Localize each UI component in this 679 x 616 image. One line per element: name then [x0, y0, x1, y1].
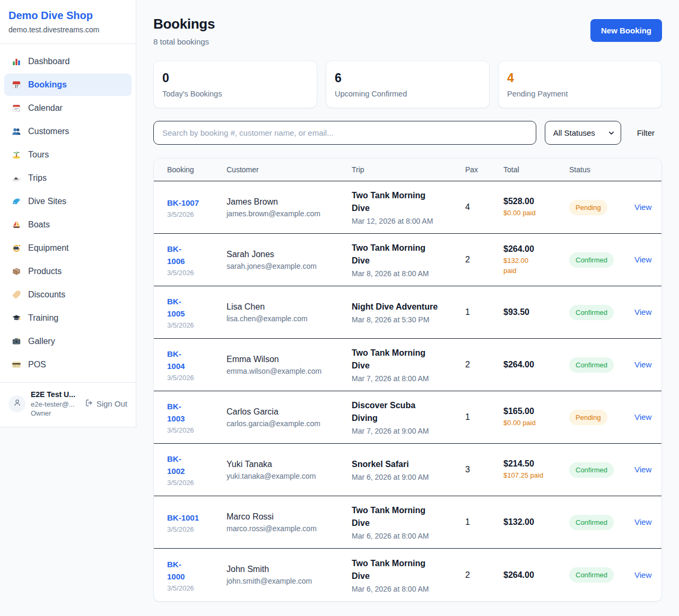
- view-link[interactable]: View: [634, 307, 651, 316]
- view-link[interactable]: View: [634, 465, 651, 474]
- pax-count: 1: [452, 510, 490, 534]
- pos-credit-card-icon: [12, 360, 21, 369]
- trip-datetime: Mar 6, 2026 at 8:00 AM: [352, 585, 448, 593]
- sidebar-nav: Dashboard 17 Bookings Calendar Customers…: [0, 44, 136, 382]
- view-link[interactable]: View: [634, 203, 651, 212]
- boats-sailboat-icon: [12, 220, 21, 230]
- trip-name: Two Tank MorningDive: [352, 557, 448, 583]
- customer-email: john.smith@example.com: [227, 577, 334, 585]
- view-link[interactable]: View: [634, 412, 651, 421]
- total-amount: $264.00: [503, 360, 552, 369]
- booking-id-link[interactable]: BK-1007: [167, 197, 199, 209]
- table-row: BK-1005 3/5/2026 Lisa Chen lisa.chen@exa…: [154, 286, 661, 339]
- sign-out-icon: [85, 399, 93, 409]
- table-row: BK-1004 3/5/2026 Emma Wilson emma.wilson…: [154, 339, 661, 391]
- bookings-table: Booking Customer Trip Pax Total Status B…: [153, 158, 662, 602]
- customer-email: lisa.chen@example.com: [227, 314, 334, 323]
- trip-datetime: Mar 8, 2026 at 5:30 PM: [352, 315, 448, 324]
- booking-date: 3/5/2026: [167, 479, 209, 487]
- equipment-dive-mask-icon: [12, 243, 21, 253]
- shop-domain: demo.test.divestreams.com: [8, 25, 127, 34]
- customer-name: Emma Wilson: [227, 355, 334, 364]
- status-badge: Pending: [569, 200, 607, 215]
- status-badge: Confirmed: [569, 252, 614, 268]
- total-amount: $264.00: [503, 244, 552, 254]
- sidebar-item-trips[interactable]: Trips: [4, 167, 132, 189]
- sidebar-item-boats[interactable]: Boats: [4, 214, 132, 236]
- user-role: Owner: [31, 409, 80, 417]
- user-email: e2e-tester@...: [31, 400, 80, 408]
- status-badge: Confirmed: [569, 357, 614, 373]
- sidebar-item-customers[interactable]: Customers: [4, 120, 132, 143]
- user-section: E2E Test U... e2e-tester@... Owner Sign …: [0, 382, 136, 427]
- view-link[interactable]: View: [634, 255, 651, 264]
- trip-datetime: Mar 7, 2026 at 9:00 AM: [352, 427, 448, 435]
- view-link[interactable]: View: [634, 517, 651, 526]
- tours-island-icon: [12, 150, 21, 160]
- status-filter-select[interactable]: All Statuses: [545, 121, 621, 145]
- products-package-icon: [12, 267, 21, 276]
- stat-label: Pending Payment: [507, 90, 653, 98]
- booking-date: 3/5/2026: [167, 374, 209, 382]
- user-info: E2E Test U... e2e-tester@... Owner: [31, 390, 80, 417]
- filter-bar: All Statuses Filter: [153, 121, 662, 145]
- avatar: [8, 395, 25, 412]
- booking-id-link[interactable]: BK-1004: [167, 348, 185, 372]
- stat-value: 6: [335, 71, 481, 85]
- status-badge: Confirmed: [569, 305, 614, 320]
- paid-amount: $0.00 paid: [503, 208, 552, 218]
- sidebar-item-dive-sites[interactable]: Dive Sites: [4, 190, 132, 213]
- customer-name: Lisa Chen: [227, 302, 334, 312]
- sidebar-item-calendar[interactable]: Calendar: [4, 97, 132, 119]
- page-subtitle: 8 total bookings: [153, 37, 215, 46]
- booking-id-link[interactable]: BK-1000: [167, 558, 185, 583]
- sidebar-item-products[interactable]: Products: [4, 260, 132, 283]
- sidebar-item-bookings[interactable]: 17 Bookings: [4, 74, 132, 96]
- booking-id-link[interactable]: BK-1006: [167, 243, 185, 267]
- paid-amount: $0.00 paid: [503, 418, 552, 428]
- sidebar-item-dashboard[interactable]: Dashboard: [4, 50, 132, 73]
- trip-datetime: Mar 8, 2026 at 8:00 AM: [352, 269, 448, 278]
- filter-button[interactable]: Filter: [630, 128, 662, 137]
- sidebar-item-gallery[interactable]: Gallery: [4, 330, 132, 353]
- new-booking-button[interactable]: New Booking: [590, 19, 662, 42]
- sidebar-item-pos[interactable]: POS: [4, 354, 132, 376]
- search-input[interactable]: [153, 121, 536, 145]
- page-title: Bookings: [153, 16, 215, 32]
- booking-date: 3/5/2026: [167, 269, 209, 277]
- customer-email: james.brown@example.com: [227, 209, 334, 218]
- column-header-actions: [621, 159, 661, 181]
- pax-count: 1: [452, 300, 490, 324]
- trip-name: Snorkel Safari: [352, 458, 448, 471]
- booking-id-link[interactable]: BK-1005: [167, 295, 185, 320]
- customer-email: carlos.garcia@example.com: [227, 419, 334, 428]
- sidebar-item-tours[interactable]: Tours: [4, 144, 132, 166]
- sidebar-item-training[interactable]: Training: [4, 307, 132, 329]
- booking-id-link[interactable]: BK-1001: [167, 512, 199, 524]
- trip-datetime: Mar 6, 2026 at 9:00 AM: [352, 473, 448, 481]
- shop-name: Demo Dive Shop: [8, 10, 127, 22]
- column-header-pax: Pax: [452, 159, 490, 181]
- table-row: BK-1003 3/5/2026 Carlos Garcia carlos.ga…: [154, 391, 661, 444]
- pax-count: 2: [452, 353, 490, 377]
- total-amount: $214.50: [503, 459, 552, 469]
- svg-text:17: 17: [14, 84, 19, 88]
- column-header-booking: Booking: [154, 159, 213, 181]
- customer-email: sarah.jones@example.com: [227, 262, 334, 270]
- booking-id-link[interactable]: BK-1002: [167, 453, 185, 477]
- sign-out-button[interactable]: Sign Out: [85, 399, 127, 409]
- booking-id-link[interactable]: BK-1003: [167, 400, 185, 425]
- total-amount: $165.00: [503, 407, 552, 416]
- view-link[interactable]: View: [634, 360, 651, 369]
- page-header: Bookings 8 total bookings New Booking: [153, 16, 662, 46]
- customer-email: marco.rossi@example.com: [227, 524, 334, 533]
- column-header-customer: Customer: [213, 159, 338, 181]
- customer-name: John Smith: [227, 565, 334, 574]
- sidebar-item-discounts[interactable]: Discounts: [4, 284, 132, 306]
- trip-name: Two Tank MorningDive: [352, 347, 448, 372]
- view-link[interactable]: View: [634, 570, 651, 579]
- column-header-total: Total: [490, 159, 556, 181]
- total-amount: $93.50: [503, 307, 552, 317]
- gallery-camera-icon: [12, 337, 21, 346]
- sidebar-item-equipment[interactable]: Equipment: [4, 237, 132, 259]
